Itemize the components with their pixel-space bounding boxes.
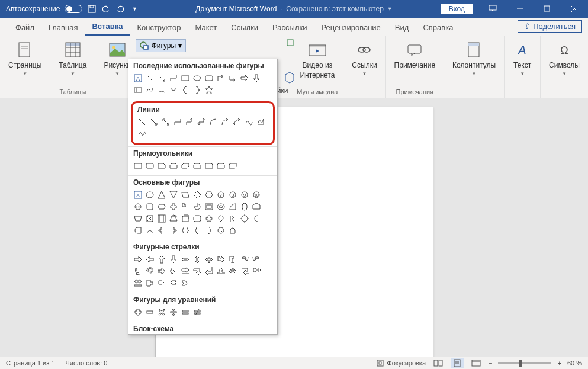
shape-brace-right[interactable] bbox=[191, 84, 203, 96]
shape-textbox[interactable]: A bbox=[132, 72, 144, 84]
save-icon[interactable] bbox=[87, 4, 97, 14]
tab-help[interactable]: Справка bbox=[416, 20, 460, 36]
word-count[interactable]: Число слов: 0 bbox=[65, 360, 107, 367]
shape-basic-8[interactable]: 8 bbox=[227, 189, 239, 201]
shape-arrow-9[interactable] bbox=[239, 254, 250, 265]
shape-basic-37[interactable] bbox=[179, 224, 191, 236]
shape-basic-25[interactable] bbox=[168, 213, 179, 224]
shape-arrow-23[interactable] bbox=[144, 277, 156, 289]
zoom-slider[interactable] bbox=[498, 362, 551, 364]
shape-arrow-17[interactable] bbox=[203, 265, 215, 277]
shape-basic-3[interactable] bbox=[168, 189, 179, 201]
shape-arrow-22[interactable] bbox=[132, 277, 144, 289]
shape-basic-27[interactable] bbox=[191, 213, 203, 224]
shape-down-arrow[interactable] bbox=[250, 72, 262, 84]
shape-basic-28[interactable] bbox=[203, 213, 215, 224]
shape-freeform[interactable] bbox=[144, 84, 156, 96]
shape-basic-12[interactable] bbox=[144, 201, 156, 213]
chevron-down-icon[interactable]: ▼ bbox=[387, 6, 393, 12]
web-layout-button[interactable] bbox=[470, 358, 483, 368]
shape-basic-7[interactable]: 7 bbox=[215, 189, 227, 201]
shape-snip-single[interactable] bbox=[156, 160, 168, 172]
shape-basic-11[interactable]: 12 bbox=[132, 201, 144, 213]
shape-basic-29[interactable] bbox=[215, 213, 227, 224]
shape-multiply[interactable] bbox=[156, 306, 168, 318]
shape-basic-0[interactable]: A bbox=[132, 189, 144, 201]
focus-mode-button[interactable]: Фокусировка bbox=[376, 359, 426, 367]
zoom-out-button[interactable]: − bbox=[489, 360, 492, 367]
shape-oval[interactable] bbox=[191, 72, 203, 84]
autosave-toggle[interactable] bbox=[65, 5, 82, 13]
shape-arrow-25[interactable] bbox=[168, 277, 179, 289]
shape-basic-4[interactable] bbox=[179, 189, 191, 201]
print-layout-button[interactable] bbox=[451, 358, 464, 368]
shape-arrow-7[interactable] bbox=[215, 254, 227, 265]
links-button[interactable]: Ссылки▼ bbox=[348, 38, 380, 79]
shape-basic-6[interactable] bbox=[203, 189, 215, 201]
shape-arrow-11[interactable] bbox=[132, 265, 144, 277]
shape-arrow-4[interactable] bbox=[179, 254, 191, 265]
shape-elbow-double-arrow[interactable] bbox=[195, 116, 207, 128]
shape-basic-35[interactable] bbox=[156, 224, 168, 236]
shape-basic-22[interactable] bbox=[132, 213, 144, 224]
shape-round-same[interactable] bbox=[215, 160, 227, 172]
shape-curve[interactable] bbox=[168, 84, 179, 96]
shape-basic-5[interactable] bbox=[191, 189, 203, 201]
shape-brace-left[interactable] bbox=[179, 84, 191, 96]
page-indicator[interactable]: Страница 1 из 1 bbox=[6, 360, 54, 367]
ribbon-options-icon[interactable] bbox=[479, 0, 506, 18]
redo-icon[interactable] bbox=[115, 4, 125, 14]
shape-round-diag[interactable] bbox=[227, 160, 239, 172]
shape-arrow-14[interactable] bbox=[168, 265, 179, 277]
shape-basic-24[interactable] bbox=[156, 213, 168, 224]
shape-basic-2[interactable] bbox=[156, 189, 168, 201]
addins-icon[interactable] bbox=[285, 38, 295, 47]
shape-equals[interactable] bbox=[179, 306, 191, 318]
shape-arrow-26[interactable] bbox=[179, 277, 191, 289]
shape-basic-21[interactable] bbox=[250, 201, 262, 213]
shape-plus[interactable] bbox=[132, 306, 144, 318]
shape-divide[interactable] bbox=[168, 306, 179, 318]
shape-rounded-rectangle[interactable] bbox=[144, 160, 156, 172]
shape-basic-16[interactable] bbox=[191, 201, 203, 213]
shape-scribble[interactable] bbox=[136, 128, 148, 140]
shapes-button[interactable]: Фигуры ▾ bbox=[136, 39, 186, 52]
share-button[interactable]: ⇪Поделиться bbox=[518, 20, 582, 33]
shape-connector[interactable] bbox=[168, 72, 179, 84]
shape-arrow-21[interactable] bbox=[250, 265, 262, 277]
undo-icon[interactable] bbox=[101, 4, 111, 14]
shape-star[interactable] bbox=[203, 84, 215, 96]
shape-basic-19[interactable] bbox=[227, 201, 239, 213]
shape-basic-17[interactable] bbox=[203, 201, 215, 213]
shape-snip-same[interactable] bbox=[168, 160, 179, 172]
table-button[interactable]: Таблица▼ bbox=[55, 38, 90, 79]
tab-insert[interactable]: Вставка bbox=[85, 18, 130, 36]
shape-line-arrow[interactable] bbox=[148, 116, 160, 128]
read-mode-button[interactable] bbox=[432, 358, 445, 368]
zoom-level[interactable]: 60 % bbox=[567, 360, 582, 367]
shape-arrow-20[interactable] bbox=[239, 265, 250, 277]
shape-snip-round[interactable] bbox=[191, 160, 203, 172]
shape-elbow-arrow[interactable] bbox=[215, 72, 227, 84]
zoom-in-button[interactable]: + bbox=[557, 360, 561, 367]
shape-basic-26[interactable] bbox=[179, 213, 191, 224]
shape-basic-10[interactable]: 10 bbox=[250, 189, 262, 201]
shape-basic-32[interactable] bbox=[250, 213, 262, 224]
shape-curve-arrow-connector[interactable] bbox=[219, 116, 231, 128]
shape-basic-40[interactable] bbox=[215, 224, 227, 236]
shape-elbow-connector[interactable] bbox=[172, 116, 184, 128]
shape-basic-9[interactable]: 9 bbox=[239, 189, 250, 201]
comment-button[interactable]: ✶ Примечание bbox=[391, 38, 439, 72]
pages-button[interactable]: Страницы▼ bbox=[5, 38, 45, 79]
tab-review[interactable]: Рецензирование bbox=[314, 20, 387, 36]
shape-arrow-16[interactable] bbox=[191, 265, 203, 277]
shape-arrow-0[interactable] bbox=[132, 254, 144, 265]
close-button[interactable] bbox=[561, 0, 588, 18]
shape-arrow-6[interactable] bbox=[203, 254, 215, 265]
shape-basic-18[interactable] bbox=[215, 201, 227, 213]
shape-basic-20[interactable] bbox=[239, 201, 250, 213]
tab-mailings[interactable]: Рассылки bbox=[265, 20, 314, 36]
shape-line[interactable] bbox=[136, 116, 148, 128]
minimize-button[interactable] bbox=[506, 0, 534, 18]
shape-snip-diag[interactable] bbox=[179, 160, 191, 172]
